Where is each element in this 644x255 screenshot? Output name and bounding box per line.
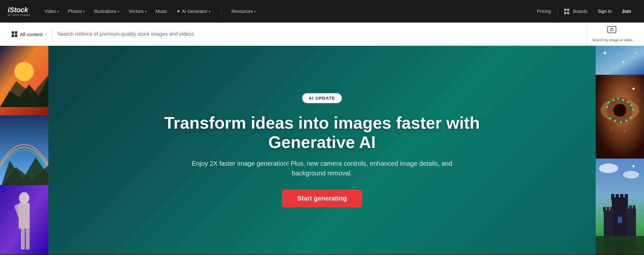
join-button[interactable]: Join	[617, 6, 636, 16]
chevron-down-icon: ▾	[83, 10, 85, 13]
svg-point-24	[622, 99, 624, 101]
svg-point-39	[623, 171, 639, 179]
svg-rect-56	[596, 236, 644, 255]
eye-svg: ✦	[596, 75, 644, 159]
boards-label: Boards	[573, 9, 587, 14]
svg-point-21	[608, 101, 610, 103]
nav-item-photos[interactable]: Photos ▾	[64, 6, 89, 16]
nav-label-music: Music	[156, 9, 168, 14]
chevron-down-icon: ▾	[209, 10, 210, 13]
nav-item-music[interactable]: Music	[152, 6, 171, 16]
nav-label-ai-generator: AI Generator	[182, 9, 207, 14]
svg-text:✦: ✦	[634, 51, 637, 54]
content-type-dropdown[interactable]: All content ▾	[6, 28, 52, 40]
mountains-svg	[0, 115, 48, 185]
svg-point-34	[611, 129, 612, 130]
svg-text:✦: ✦	[631, 86, 636, 92]
svg-rect-53	[633, 205, 635, 210]
nav-label-photos: Photos	[68, 9, 82, 14]
svg-point-8	[19, 192, 29, 204]
grid-icon	[12, 31, 17, 37]
hero-content: AI UPDATE Transform ideas into images fa…	[81, 93, 564, 207]
svg-text:✦: ✦	[631, 163, 636, 170]
hero-thumbnail-statue	[0, 185, 48, 255]
svg-point-38	[599, 163, 618, 173]
pricing-label: Pricing	[537, 9, 551, 14]
search-input[interactable]	[57, 31, 582, 37]
svg-point-30	[614, 120, 616, 122]
sparkle-icon: ✦	[176, 8, 180, 15]
logo-istock: iStock	[8, 6, 30, 14]
side-images-left	[0, 46, 48, 255]
chevron-down-icon: ▾	[254, 10, 256, 13]
nav-label-vectors: Vectors	[129, 9, 144, 14]
abstract-top-svg: ✦ ✦ ✦	[596, 46, 644, 75]
castle-svg: ✦	[596, 159, 644, 255]
boards-icon	[564, 9, 571, 14]
nav-right-divider	[557, 7, 558, 16]
svg-point-29	[609, 117, 611, 119]
hero-thumbnail-eye: ✦	[596, 75, 644, 159]
chevron-down-icon: ▾	[45, 33, 47, 36]
navbar: iStock by Getty Images Video ▾ Photos ▾ …	[0, 0, 644, 23]
nav-label-video: Video	[44, 9, 56, 14]
logo-sub: by Getty Images	[8, 14, 30, 16]
ai-update-badge: AI UPDATE	[302, 93, 342, 103]
nav-label-illustrations: Illustrations	[94, 9, 117, 14]
svg-point-28	[606, 106, 608, 108]
svg-point-26	[630, 104, 632, 106]
sign-in-button[interactable]: Sign in	[592, 6, 617, 16]
svg-text:✦: ✦	[602, 50, 608, 57]
svg-rect-51	[626, 205, 628, 210]
statue-svg	[0, 185, 48, 255]
svg-point-32	[625, 120, 627, 122]
side-images-right: ✦ ✦ ✦	[596, 46, 644, 255]
pricing-link[interactable]: Pricing	[532, 6, 556, 16]
nav-item-resources[interactable]: Resources ▾	[227, 6, 260, 16]
svg-rect-47	[603, 207, 606, 212]
chevron-down-icon: ▾	[57, 10, 59, 13]
svg-point-22	[612, 99, 614, 101]
svg-rect-52	[629, 205, 632, 210]
svg-point-25	[627, 101, 629, 103]
camera-upload-icon: ↑	[607, 26, 618, 36]
hero-title: Transform ideas into images faster with …	[145, 113, 499, 152]
nav-item-ai-generator[interactable]: ✦ AI Generator ▾	[172, 6, 214, 17]
svg-point-1	[14, 62, 34, 81]
svg-point-35	[624, 131, 625, 132]
svg-rect-43	[616, 194, 619, 201]
svg-text:✦: ✦	[621, 59, 625, 64]
upload-arrow-icon: ↑	[615, 24, 617, 29]
boards-link[interactable]: Boards	[559, 6, 592, 16]
nav-divider	[221, 6, 221, 16]
search-input-wrap	[57, 31, 582, 37]
svg-point-23	[617, 98, 619, 100]
hero-section: AI UPDATE Transform ideas into images fa…	[0, 46, 644, 255]
svg-rect-44	[620, 194, 623, 201]
search-by-image-button[interactable]: ↑ Search by image or video	[587, 24, 638, 45]
chevron-down-icon: ▾	[145, 10, 147, 13]
hero-subtitle: Enjoy 2X faster image generation! Plus, …	[177, 159, 467, 178]
content-type-label: All content	[20, 32, 43, 37]
nav-item-video[interactable]: Video ▾	[41, 6, 63, 16]
search-section: All content ▾ ↑ Search by image or video	[0, 23, 644, 46]
svg-point-31	[620, 121, 622, 123]
hero-thumbnail-castle: ✦	[596, 159, 644, 255]
svg-rect-42	[611, 194, 614, 201]
hero-thumbnail-mountains	[0, 115, 48, 185]
svg-point-27	[632, 109, 634, 111]
search-by-image-label: Search by image or video	[592, 38, 632, 42]
start-generating-button[interactable]: Start generating	[282, 190, 362, 207]
hero-thumbnail-abstract-top: ✦ ✦ ✦	[596, 46, 644, 75]
nav-label-resources: Resources	[231, 9, 253, 14]
sunset-svg	[0, 46, 48, 107]
svg-rect-12	[26, 227, 30, 250]
svg-rect-45	[625, 194, 628, 201]
svg-rect-54	[618, 217, 622, 223]
svg-rect-48	[607, 207, 609, 212]
hero-thumbnail-sunset	[0, 46, 48, 115]
nav-item-illustrations[interactable]: Illustrations ▾	[90, 6, 123, 16]
logo[interactable]: iStock by Getty Images	[8, 6, 30, 16]
svg-rect-11	[21, 227, 25, 250]
nav-item-vectors[interactable]: Vectors ▾	[125, 6, 150, 16]
